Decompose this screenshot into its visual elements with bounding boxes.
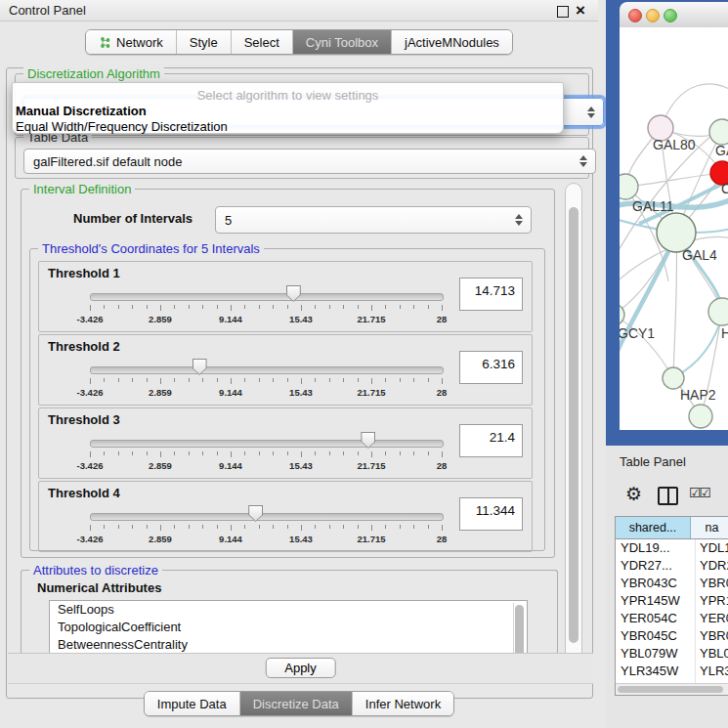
threshold-panel: Threshold 4 -3.4262.8599.14415.4321.7152… [38,481,533,552]
network-node[interactable] [689,405,712,428]
threshold-value-field[interactable]: 14.713 [459,278,523,311]
slider-tick-label: 2.859 [131,534,190,544]
close-window-icon[interactable] [628,9,642,22]
slider-tick-label: 15.43 [272,387,330,398]
network-view-window: GAL80GACGAL11GAL4HGCY1HAP2 [606,0,728,446]
apply-button[interactable]: Apply [265,658,336,678]
slider-tick-label: 15.43 [272,460,330,471]
network-nodes[interactable] [620,115,728,428]
panel-scrollbar-thumb[interactable] [569,207,578,643]
algorithm-dropdown-popup: Select algorithm to view settings Manual… [12,82,564,134]
attribute-list-item[interactable]: BetweennessCentrality [50,636,527,653]
table-row[interactable]: YER054CYER0 [616,610,728,627]
network-node-label: GAL11 [632,198,674,214]
slider-tick-label: -3.426 [61,387,119,398]
tab-network[interactable]: Network [86,30,176,54]
table-row[interactable]: YBL079WYBL0 [616,645,728,663]
table-toolbar: ⚙ ☑☑ [615,481,728,512]
table-rows: YDL19...YDL1YDR27...YDR2YBR043CYBR0YPR14… [616,539,728,684]
network-node-label: H [721,325,728,341]
table-panel-title: Table Panel [620,454,686,469]
table-row[interactable]: YPR145WYPR1 [616,592,728,610]
tab-jactivemnodules[interactable]: jActiveMNodules [391,30,512,54]
table-hscrollbar[interactable] [616,683,728,695]
tab-discretize-data[interactable]: Discretize Data [239,692,352,715]
network-node[interactable] [657,213,696,252]
tab-style[interactable]: Style [176,30,231,54]
network-node-label: GAL4 [682,247,717,263]
table-row[interactable]: YBR045CYBR0 [616,627,728,645]
control-panel-title: Control Panel [9,3,86,18]
network-canvas[interactable]: GAL80GACGAL11GAL4HGCY1HAP2 [620,27,728,430]
slider-tick-label: -3.426 [61,534,119,544]
num-intervals-combobox[interactable]: 5 [215,206,532,234]
apply-bar: Apply [8,653,593,684]
gear-icon[interactable]: ⚙ [625,483,642,505]
network-node[interactable] [709,119,728,145]
network-node-label: C [721,181,728,196]
attributes-group-title: Attributes to discretize [29,563,162,578]
tab-cyni-toolbox[interactable]: Cyni Toolbox [292,30,391,54]
slider-tick-label: 21.715 [342,314,401,324]
threshold-slider-track[interactable] [90,293,444,301]
tab-select[interactable]: Select [231,30,292,54]
panel-scrollbar[interactable] [565,183,582,682]
attribute-list-item[interactable]: TopologicalCoefficient [50,619,527,636]
zoom-window-icon[interactable] [664,9,677,22]
table-row[interactable]: YLR345WYLR3 [616,663,728,680]
scroll-viewport: Interval Definition Number of Intervals … [13,183,566,653]
threshold-label: Threshold 3 [48,412,120,427]
checkbox-icons[interactable]: ☑☑ [689,485,709,500]
table-header-shared-name[interactable]: shared... [616,517,691,538]
slider-tick-label: 28 [412,460,471,471]
numerical-attributes-list[interactable]: SelfLoopsTopologicalCoefficientBetweenne… [49,600,528,653]
dropdown-option-manual[interactable]: Manual Discretization [16,104,147,118]
slider-tick-label: 9.144 [201,387,260,398]
network-node[interactable] [708,298,728,325]
table-row[interactable]: YDL19...YDL1 [616,539,728,557]
threshold-slider-track[interactable] [90,366,444,374]
attr-items: SelfLoopsTopologicalCoefficientBetweenne… [50,601,527,653]
threshold-slider-track[interactable] [90,513,444,521]
num-intervals-label: Number of Intervals [73,211,193,226]
slider-tick-label: -3.426 [61,460,119,471]
slider-tick-label: 28 [412,314,471,324]
minimize-window-icon[interactable] [646,9,660,22]
network-window-titlebar[interactable] [620,2,728,28]
split-view-icon[interactable] [658,487,678,505]
threshold-value-field[interactable]: 6.316 [459,351,523,384]
network-node[interactable] [663,367,684,389]
table-header-name[interactable]: na [691,517,728,538]
threshold-panel: Threshold 1 -3.4262.8599.14415.4321.7152… [38,261,533,332]
combo-arrows-icon [579,155,587,167]
threshold-panel: Threshold 2 -3.4262.8599.14415.4321.7152… [38,334,533,406]
attributes-group: Attributes to discretize Numerical Attri… [21,570,558,653]
table-row[interactable]: YDR27...YDR2 [616,557,728,575]
list-scrollbar[interactable] [513,603,525,653]
close-panel-button[interactable]: × [576,0,585,21]
table-hscrollbar-thumb[interactable] [618,686,723,693]
dropdown-option-equal-width[interactable]: Equal Width/Frequency Discretization [16,119,228,134]
attribute-list-item[interactable]: SelfLoops [50,601,527,619]
threshold-value-field[interactable]: 21.4 [459,424,523,457]
tab-infer-network[interactable]: Infer Network [352,692,453,715]
threshold-panel: Threshold 3 -3.4262.8599.14415.4321.7152… [38,407,533,479]
table-data-combobox[interactable]: galFiltered.sif default node [23,149,596,174]
threshold-value-field[interactable]: 11.344 [459,497,523,531]
combo-arrows-icon [587,107,595,118]
slider-tick-label: 9.144 [201,314,260,324]
control-panel-titlebar: Control Panel × [0,0,598,21]
tab-impute-data[interactable]: Impute Data [145,692,239,715]
network-node[interactable] [620,174,638,199]
combo-arrows-icon [515,214,523,226]
num-intervals-value: 5 [225,213,232,228]
slider-tick-label: 21.715 [342,460,401,471]
threshold-slider-track[interactable] [90,440,444,448]
node-attribute-table[interactable]: shared... na YDL19...YDL1YDR27...YDR2YBR… [615,516,728,696]
float-window-button[interactable] [557,6,569,18]
table-panel: Table Panel ⚙ ☑☑ shared... na YDL19...YD… [606,446,728,728]
network-node-label: GA [715,143,728,158]
table-data-combo-value: galFiltered.sif default node [33,154,182,169]
slider-tick-label: -3.426 [61,314,119,324]
table-row[interactable]: YBR043CYBR0 [616,575,728,592]
